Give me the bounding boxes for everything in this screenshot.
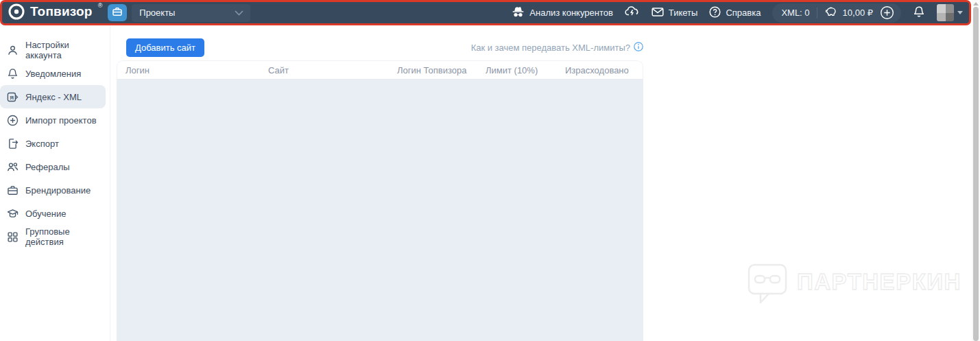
question-circle-icon bbox=[709, 6, 721, 20]
column-header-login[interactable]: Логин bbox=[126, 65, 150, 75]
top-up-balance-button[interactable] bbox=[880, 5, 894, 20]
piggy-bank-icon bbox=[824, 6, 838, 19]
info-circle-icon bbox=[634, 42, 643, 54]
partnerkin-watermark: ПАРТНЕРКИН bbox=[747, 263, 961, 308]
xml-limits-help-text: Как и зачем передавать XML-лимиты? bbox=[471, 43, 630, 53]
content-header: Добавить сайт Как и зачем передавать XML… bbox=[117, 38, 643, 57]
sidebar-item-label: Импорт проектов bbox=[25, 115, 97, 126]
topvisor-logo-icon bbox=[8, 3, 25, 23]
sidebar-item-label: Обучение bbox=[25, 209, 66, 219]
partnerkin-logo-icon bbox=[747, 263, 788, 308]
avatar bbox=[937, 4, 954, 21]
pagespeed-button[interactable] bbox=[625, 5, 640, 20]
sidebar-item-label: Уведомления bbox=[25, 69, 81, 79]
pill-divider bbox=[817, 8, 817, 19]
topvisor-logo[interactable]: Топвизор ® bbox=[8, 3, 102, 23]
sidebar-item-notifications[interactable]: Уведомления bbox=[0, 62, 106, 85]
graduation-cap-icon bbox=[6, 207, 19, 220]
sidebar-item-group-actions[interactable]: Групповые действия bbox=[0, 225, 106, 248]
user-account-menu[interactable] bbox=[937, 4, 963, 21]
table-body-empty bbox=[117, 80, 643, 341]
sidebar-item-label: Рефералы bbox=[25, 162, 70, 172]
bell-icon bbox=[913, 5, 925, 21]
help-link[interactable]: Справка bbox=[709, 6, 761, 20]
app-window: Топвизор ® Проекты bbox=[0, 0, 980, 341]
scrollbar-thumb[interactable] bbox=[973, 7, 979, 341]
competitor-analysis-link[interactable]: Анализ конкурентов bbox=[512, 6, 613, 20]
sidebar-item-yandex-xml[interactable]: Я Яндекс - XML bbox=[0, 85, 106, 108]
competitor-analysis-label: Анализ конкурентов bbox=[529, 8, 613, 18]
grid-icon bbox=[6, 231, 19, 243]
settings-sidebar: Настройки аккаунта Уведомления Я Яндекс … bbox=[0, 25, 110, 341]
xml-limits-table: Логин Сайт Логин Топвизора Лимит (10%) И… bbox=[117, 60, 643, 341]
sidebar-item-label: Экспорт bbox=[25, 139, 59, 149]
briefcase-icon bbox=[6, 184, 19, 196]
column-header-limit[interactable]: Лимит (10%) bbox=[486, 65, 538, 75]
vertical-scrollbar[interactable] bbox=[972, 0, 980, 341]
partnerkin-watermark-text: ПАРТНЕРКИН bbox=[797, 269, 961, 295]
spy-icon bbox=[512, 6, 525, 20]
xml-limits-help-link[interactable]: Как и зачем передавать XML-лимиты? bbox=[471, 42, 643, 54]
sidebar-item-account-settings[interactable]: Настройки аккаунта bbox=[0, 38, 106, 62]
cloud-speed-icon bbox=[625, 5, 640, 20]
scrollbar-up-arrow-icon[interactable] bbox=[973, 2, 979, 5]
sidebar-item-label: Яндекс - XML bbox=[25, 92, 82, 102]
sidebar-item-label: Настройки аккаунта bbox=[25, 40, 106, 60]
referrals-icon bbox=[6, 161, 19, 173]
envelope-icon bbox=[652, 7, 664, 19]
workspace-button[interactable] bbox=[108, 4, 127, 21]
table-header-row: Логин Сайт Логин Топвизора Лимит (10%) И… bbox=[117, 60, 643, 80]
sidebar-item-referrals[interactable]: Рефералы bbox=[0, 155, 106, 178]
projects-dropdown[interactable]: Проекты bbox=[132, 4, 250, 22]
user-icon bbox=[6, 44, 19, 56]
briefcase-icon bbox=[112, 6, 123, 20]
balance-display[interactable]: 10,00 ₽ bbox=[824, 6, 873, 19]
sidebar-item-label: Брендирование bbox=[25, 185, 91, 196]
tickets-label: Тикеты bbox=[669, 8, 698, 18]
sidebar-item-export[interactable]: Экспорт bbox=[0, 132, 106, 155]
help-label: Справка bbox=[726, 8, 761, 18]
top-navigation-bar: Топвизор ® Проекты bbox=[0, 0, 971, 25]
projects-dropdown-label: Проекты bbox=[139, 8, 175, 18]
sidebar-item-label: Групповые действия bbox=[25, 226, 106, 247]
balance-amount: 10,00 ₽ bbox=[843, 8, 873, 18]
caret-down-icon bbox=[957, 11, 963, 14]
sidebar-item-branding[interactable]: Брендирование bbox=[0, 178, 106, 202]
logo-text: Топвизор bbox=[30, 3, 93, 21]
sidebar-item-training[interactable]: Обучение bbox=[0, 202, 106, 225]
export-icon bbox=[6, 137, 19, 150]
svg-text:Я: Я bbox=[10, 94, 14, 100]
add-site-button[interactable]: Добавить сайт bbox=[126, 38, 204, 57]
tickets-link[interactable]: Тикеты bbox=[652, 7, 698, 19]
column-header-site[interactable]: Сайт bbox=[268, 65, 289, 75]
notifications-button[interactable] bbox=[913, 5, 925, 21]
yandex-xml-icon: Я bbox=[6, 91, 19, 103]
bell-icon bbox=[6, 67, 19, 80]
xml-limit-counter[interactable]: XML: 0 bbox=[781, 8, 809, 18]
sidebar-item-import-projects[interactable]: Импорт проектов bbox=[0, 108, 106, 132]
column-header-topvisor-login[interactable]: Логин Топвизора bbox=[397, 65, 466, 75]
chevron-down-icon bbox=[235, 8, 243, 18]
logo-registered-mark: ® bbox=[98, 2, 103, 9]
column-header-spent[interactable]: Израсходовано bbox=[565, 65, 629, 75]
limits-balance-pill: XML: 0 10,00 ₽ bbox=[772, 3, 901, 23]
plus-circle-icon bbox=[6, 114, 19, 126]
